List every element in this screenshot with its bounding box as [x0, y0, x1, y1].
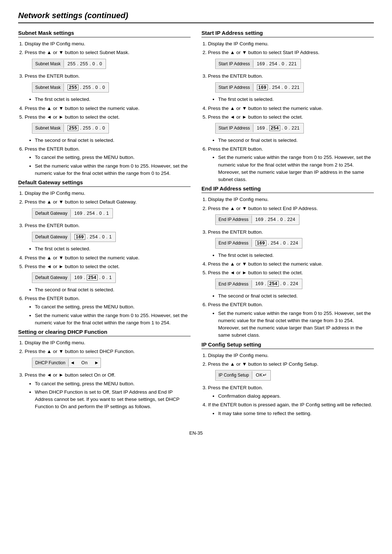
right-column: Start IP Address settingDisplay the IP C… — [201, 30, 374, 419]
step-text: Press the ENTER button. — [208, 385, 263, 390]
section-title-ip-config-setup: IP Config Setup setting — [201, 341, 374, 349]
dhcp-display-box: DHCP Function◄On► — [32, 358, 101, 368]
bullet-item: The second or final octet is selected. — [218, 292, 374, 300]
step-item: Display the IP Config menu. — [208, 196, 374, 203]
ui-box-value: 255 . 255 . 0 . 0 — [64, 83, 109, 92]
bullet-item: Set the numeric value within the range f… — [218, 154, 374, 183]
step-item: Press the ▲ or ▼ button to select DHCP F… — [25, 348, 191, 370]
bullet-item: The second or final octet is selected. — [218, 137, 374, 144]
ui-box-label: Default Gateway — [32, 274, 71, 282]
steps-list: Display the IP Config menu.Press the ▲ o… — [208, 352, 374, 417]
step-item: Press the ENTER button.Set the numeric v… — [208, 301, 374, 339]
page-number: EN-35 — [18, 430, 374, 436]
step-text: Press the ▲ or ▼ button to select IP Con… — [208, 361, 318, 367]
step-text: Display the IP Config menu. — [208, 197, 269, 202]
ui-display-box: Default Gateway169 . 254 . 0 . 1 — [32, 272, 116, 283]
step-bullets: The first octet is selected. — [35, 96, 191, 103]
step-item: Press the ◄ or ► button to select the oc… — [25, 114, 191, 144]
ui-box-value: 169 . 254 . 0 . 1 — [71, 233, 115, 241]
section-title-default-gateway: Default Gateway settings — [18, 179, 191, 187]
step-text: Press the ◄ or ► button to select the oc… — [208, 270, 303, 275]
step-bullets: Set the numeric value within the range f… — [218, 154, 374, 183]
ui-box-label: Default Gateway — [32, 209, 71, 217]
section-title-start-ip: Start IP Address setting — [201, 30, 374, 37]
steps-list: Display the IP Config menu.Press the ▲ o… — [208, 40, 374, 183]
bullet-item: To cancel the setting, press the MENU bu… — [35, 303, 191, 311]
step-text: Press the ▲ or ▼ button to select Defaul… — [25, 199, 137, 205]
step-item: Press the ▲ or ▼ button to select Start … — [208, 49, 374, 71]
step-text: Press the ▲ or ▼ button to select the nu… — [208, 261, 323, 267]
ui-box-value: 169 . 254 . 0 . 224 — [252, 216, 299, 224]
section-default-gateway: Default Gateway settingsDisplay the IP C… — [18, 179, 191, 327]
ui-box-value: 169 . 254 . 0 . 224 — [252, 280, 302, 288]
step-bullets: The second or final octet is selected. — [218, 137, 374, 144]
step-text: Press the ENTER button. — [25, 73, 80, 79]
bullet-item: The first octet is selected. — [35, 96, 191, 103]
bullet-item: To cancel the setting, press the MENU bu… — [35, 380, 191, 387]
bullet-item: The first octet is selected. — [218, 252, 374, 259]
step-bullets: To cancel the setting, press the MENU bu… — [35, 154, 191, 177]
step-text: Display the IP Config menu. — [208, 353, 269, 358]
ui-display-box: End IP Address169 . 254 . 0 . 224 — [215, 238, 302, 249]
step-item: Press the ▲ or ▼ button to select IP Con… — [208, 361, 374, 383]
ui-display-box: End IP Address169 . 254 . 0 . 224 — [215, 214, 299, 225]
ui-display-box: Subnet Mask255 . 255 . 0 . 0 — [32, 59, 106, 69]
step-item: Press the ▲ or ▼ button to select End IP… — [208, 205, 374, 227]
step-bullets: The second or final octet is selected. — [35, 137, 191, 144]
bullet-item: Set the numeric value within the range f… — [35, 163, 191, 177]
ui-box-value: 169 . 254 . 0 . 221 — [253, 83, 303, 92]
step-bullets: The first octet is selected. — [218, 96, 374, 103]
step-text: Display the IP Config menu. — [25, 41, 85, 46]
section-end-ip: End IP Address settingDisplay the IP Con… — [201, 185, 374, 339]
step-item: Press the ◄ or ► button to select the oc… — [208, 114, 374, 144]
step-text: Press the ▲ or ▼ button to select the nu… — [25, 106, 139, 111]
bullet-item: To cancel the setting, press the MENU bu… — [35, 154, 191, 161]
ui-box-label: Subnet Mask — [32, 60, 64, 68]
step-item: Press the ▲ or ▼ button to select the nu… — [208, 260, 374, 268]
section-title-subnet-mask: Subnet Mask settings — [18, 30, 191, 37]
ui-display-box: Subnet Mask255 . 255 . 0 . 0 — [32, 123, 109, 134]
step-text: If the ENTER button is pressed again, th… — [208, 402, 372, 407]
step-bullets: To cancel the setting, press the MENU bu… — [35, 380, 191, 411]
step-bullets: To cancel the setting, press the MENU bu… — [35, 303, 191, 327]
step-item: Press the ▲ or ▼ button to select Defaul… — [25, 198, 191, 221]
ui-box-value: 169 . 254 . 0 . 1 — [71, 274, 115, 282]
steps-list: Display the IP Config menu.Press the ▲ o… — [25, 339, 191, 411]
step-text: Press the ▲ or ▼ button to select Subnet… — [25, 50, 130, 55]
section-subnet-mask: Subnet Mask settingsDisplay the IP Confi… — [18, 30, 191, 177]
steps-list: Display the IP Config menu.Press the ▲ o… — [208, 196, 374, 339]
ui-box-label: End IP Address — [216, 239, 252, 247]
ui-box-label: Start IP Address — [216, 83, 253, 91]
ui-box-value: 169 . 254 . 0 . 221 — [253, 60, 301, 68]
ui-display-box: Default Gateway169 . 254 . 0 . 1 — [32, 232, 116, 242]
section-dhcp: Setting or clearing DHCP FunctionDisplay… — [18, 329, 191, 411]
step-text: Press the ENTER button. — [208, 229, 263, 235]
step-item: Press the ◄ or ► button select On or Off… — [25, 372, 191, 410]
ui-box-value: OK↵ — [252, 371, 271, 379]
step-text: Press the ENTER button. — [25, 146, 80, 152]
ui-box-label: End IP Address — [216, 216, 252, 223]
section-ip-config-setup: IP Config Setup settingDisplay the IP Co… — [201, 341, 374, 417]
step-text: Press the ◄ or ► button to select the oc… — [25, 114, 120, 120]
ui-box-value: 169 . 254 . 0 . 224 — [252, 239, 302, 247]
page-title: Network settings (continued) — [18, 11, 374, 23]
bullet-item: When DHCP Function is set to Off, Start … — [35, 389, 191, 411]
step-text: Press the ▲ or ▼ button to select DHCP F… — [25, 349, 135, 354]
ui-box-value: 255 . 255 . 0 . 0 — [64, 60, 106, 68]
bullet-item: Set the numeric value within the range f… — [35, 312, 191, 327]
ui-box-value: 169 . 254 . 0 . 1 — [71, 209, 113, 218]
step-bullets: It may take some time to reflect the set… — [218, 410, 374, 417]
steps-list: Display the IP Config menu.Press the ▲ o… — [25, 190, 191, 327]
ui-display-box: IP Config SetupOK↵ — [215, 370, 271, 381]
section-title-end-ip: End IP Address setting — [201, 185, 374, 193]
step-bullets: The first octet is selected. — [35, 245, 191, 253]
step-text: Press the ENTER button. — [208, 302, 263, 307]
bullet-item: The second or final octet is selected. — [35, 137, 191, 144]
content-area: Subnet Mask settingsDisplay the IP Confi… — [18, 30, 374, 419]
bullet-item: Confirmation dialog appears. — [218, 393, 374, 400]
step-text: Press the ◄ or ► button to select the oc… — [25, 264, 120, 269]
step-text: Press the ENTER button. — [208, 146, 263, 152]
ui-box-label: Start IP Address — [216, 124, 253, 132]
step-text: Press the ENTER button. — [25, 296, 80, 301]
ui-box-value: 169 . 254 . 0 . 221 — [253, 124, 303, 132]
